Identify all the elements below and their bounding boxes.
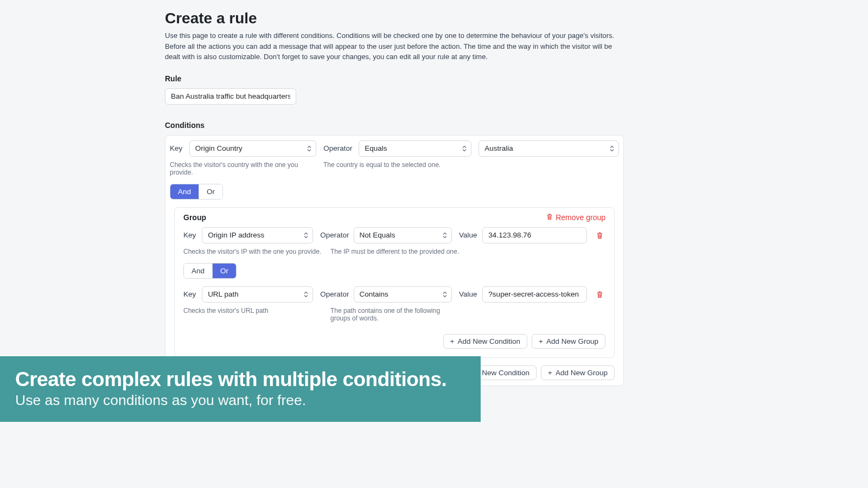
operator-select-contains[interactable]: Contains	[354, 286, 452, 303]
conditions-section-label: Conditions	[165, 121, 624, 130]
key-select-value: Origin Country	[195, 144, 242, 152]
value-input-ip[interactable]	[482, 227, 587, 243]
operator-label: Operator	[320, 290, 346, 298]
condition-group: Group Remove group Key Origin IP address	[174, 207, 615, 358]
and-button[interactable]: And	[170, 184, 199, 199]
plus-icon: +	[539, 337, 543, 345]
key-label: Key	[170, 144, 182, 152]
add-condition-label: Add New Condition	[457, 337, 520, 345]
value-label: Value	[459, 290, 475, 298]
operator-hint: The IP must be different to the provided…	[330, 248, 461, 255]
operator-select-value: Contains	[360, 290, 388, 298]
key-hint: Checks the visitor's country with the on…	[170, 161, 316, 176]
key-label: Key	[183, 290, 195, 298]
remove-group-button[interactable]: Remove group	[546, 213, 605, 222]
or-button[interactable]: Or	[199, 184, 222, 199]
operator-select-equals[interactable]: Equals	[359, 140, 471, 157]
operator-select-notequals[interactable]: Not Equals	[354, 227, 452, 243]
chevron-sort-icon	[304, 291, 308, 297]
overlay-headline: Create complex rules with multiple condi…	[15, 368, 465, 391]
chevron-sort-icon	[443, 232, 447, 238]
value-input-urlpath[interactable]	[482, 286, 587, 303]
key-select-country[interactable]: Origin Country	[189, 140, 316, 157]
key-label: Key	[183, 231, 195, 239]
overlay-subtext: Use as many conditions as you want, for …	[15, 392, 465, 409]
operator-select-value: Equals	[365, 144, 387, 152]
trash-icon	[546, 213, 553, 222]
promo-overlay: Create complex rules with multiple condi…	[0, 356, 481, 422]
key-select-value: Origin IP address	[208, 231, 264, 239]
remove-group-label: Remove group	[556, 213, 605, 222]
value-select-country-value: Australia	[484, 144, 513, 152]
and-or-toggle: And Or	[183, 263, 237, 279]
operator-hint: The path contains one of the following g…	[330, 307, 455, 322]
delete-condition-button[interactable]	[594, 229, 605, 241]
value-select-country[interactable]: Australia	[478, 140, 619, 157]
key-select-urlpath[interactable]: URL path	[202, 286, 313, 303]
chevron-sort-icon	[443, 291, 447, 297]
add-group-label: Add New Group	[546, 337, 598, 345]
delete-condition-button[interactable]	[594, 288, 605, 300]
plus-icon: +	[450, 337, 455, 345]
operator-hint: The country is equal to the selected one…	[323, 161, 454, 176]
key-select-value: URL path	[208, 290, 239, 298]
value-label: Value	[459, 231, 475, 239]
add-condition-button[interactable]: + Add New Condition	[443, 334, 527, 349]
or-button[interactable]: Or	[212, 264, 236, 278]
plus-icon: +	[548, 369, 552, 377]
operator-select-value: Not Equals	[360, 231, 395, 239]
page-title: Create a rule	[165, 10, 624, 27]
operator-label: Operator	[320, 231, 346, 239]
rule-name-input[interactable]	[165, 88, 296, 105]
conditions-panel: Key Origin Country Operator Equals Austr…	[165, 135, 624, 386]
key-select-ip[interactable]: Origin IP address	[202, 227, 313, 243]
and-or-toggle: And Or	[170, 184, 223, 200]
chevron-sort-icon	[462, 145, 467, 151]
key-hint: Checks the visitor's IP with the one you…	[183, 248, 323, 255]
and-button[interactable]: And	[184, 264, 212, 278]
add-group-button[interactable]: + Add New Group	[541, 365, 615, 380]
chevron-sort-icon	[610, 145, 614, 151]
group-title: Group	[183, 213, 206, 222]
chevron-sort-icon	[304, 232, 308, 238]
operator-label: Operator	[323, 144, 352, 152]
rule-section-label: Rule	[165, 74, 624, 83]
key-hint: Checks the visitor's URL path	[183, 307, 323, 322]
page-description: Use this page to create a rule with diff…	[165, 30, 624, 62]
add-group-label: Add New Group	[556, 369, 608, 377]
add-group-button[interactable]: + Add New Group	[532, 334, 605, 349]
chevron-sort-icon	[307, 145, 311, 151]
